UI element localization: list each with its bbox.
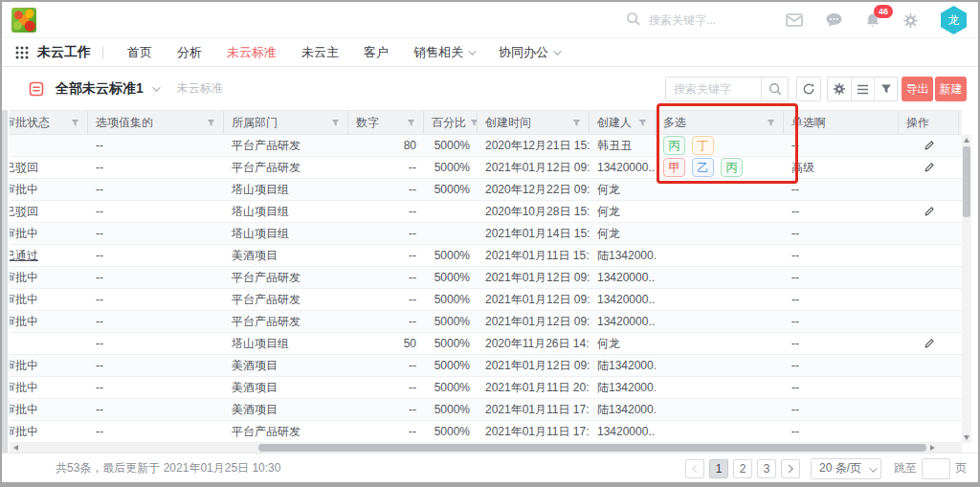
horizontal-scrollbar[interactable] (10, 443, 962, 453)
scroll-right-arrow[interactable] (930, 445, 935, 451)
single-value: -- (791, 249, 799, 262)
table-row[interactable]: 已通过--美酒项目--5000%2021年01月11日 15:23陆134200… (10, 245, 962, 267)
number-cell: -- (348, 399, 424, 420)
table-row[interactable]: 审批中--平台产品研发--5000%2021年01月12日 09:3813420… (10, 311, 962, 333)
nav-item-6[interactable]: 销售相关 (401, 39, 486, 66)
edit-icon[interactable] (924, 162, 935, 173)
table-row[interactable]: 已驳回--塔山项目组--2020年10月28日 15:41何龙-- (10, 201, 962, 223)
filter-icon[interactable] (568, 119, 581, 127)
table-row[interactable]: 审批中--塔山项目组--5000%2020年12月22日 09:03何龙-- (10, 179, 962, 201)
list-search-input[interactable] (666, 82, 761, 96)
table-row[interactable]: 审批中--美酒项目--5000%2021年01月12日 09:25陆134200… (10, 355, 962, 377)
nav-item-3[interactable]: 未云标准 (214, 39, 289, 66)
filter-icon[interactable] (763, 119, 775, 127)
vertical-scroll-thumb[interactable] (963, 146, 970, 217)
filter-icon[interactable] (635, 119, 647, 127)
nav-item-5[interactable]: 客户 (351, 39, 401, 66)
single-cell: -- (784, 377, 899, 398)
percent-cell (424, 201, 478, 222)
export-button[interactable]: 导出 (902, 77, 933, 101)
table-row[interactable]: ---塔山项目组505000%2020年11月26日 14:31何龙-- (10, 333, 962, 355)
edit-icon[interactable] (924, 140, 935, 151)
creator-value: 陆1342000... (597, 359, 656, 372)
table-row[interactable]: 审批中--平台产品研发--5000%2021年01月12日 09:5213420… (10, 267, 962, 289)
filter-icon[interactable] (203, 119, 215, 127)
filter-icon[interactable] (874, 77, 897, 100)
number-value: 80 (404, 139, 416, 152)
gear-icon[interactable] (902, 12, 919, 29)
scroll-left-arrow[interactable] (13, 445, 18, 451)
filter-icon[interactable] (403, 119, 415, 127)
vertical-scrollbar[interactable] (962, 135, 971, 443)
next-page-button[interactable] (781, 459, 800, 478)
create-button[interactable]: 新建 (935, 77, 967, 101)
table-row[interactable]: 审批中--平台产品研发--5000%2021年01月12日 09:5013420… (10, 289, 962, 311)
column-header-7[interactable]: 多选 (656, 111, 784, 134)
page-button-3[interactable]: 3 (757, 459, 776, 478)
prev-page-button[interactable] (685, 459, 704, 478)
user-avatar[interactable]: 龙 (941, 6, 967, 34)
page-button-1[interactable]: 1 (709, 459, 728, 478)
nav-item-7[interactable]: 协同办公 (486, 39, 571, 66)
number-value: -- (409, 205, 416, 218)
created_at-value: 2021年01月11日 17:06 (485, 425, 590, 438)
list-view-icon[interactable] (851, 77, 874, 100)
department-cell: 平台产品研发 (224, 267, 348, 288)
filter-icon[interactable] (67, 119, 79, 127)
scroll-up-arrow[interactable] (964, 138, 969, 143)
department-value: 平台产品研发 (232, 315, 301, 328)
created_at-value: 2021年01月12日 09:50 (485, 293, 590, 306)
column-header-6[interactable]: 创建人 (590, 111, 656, 134)
refresh-button[interactable] (796, 77, 821, 101)
created_at-cell: 2021年01月11日 17:06 (478, 421, 590, 442)
number-cell: -- (348, 245, 424, 266)
filter-icon[interactable] (466, 119, 478, 127)
table-row[interactable]: 已驳回--平台产品研发--5000%2021年01月12日 09:4613420… (10, 157, 962, 179)
bell-icon[interactable]: 46 (865, 12, 880, 29)
chevron-down-icon[interactable] (152, 83, 160, 91)
column-label: 创建时间 (485, 115, 531, 131)
mail-icon[interactable] (786, 13, 803, 27)
column-header-3[interactable]: 数字 (348, 111, 424, 134)
status-cell: - (10, 135, 88, 156)
page-size-select[interactable]: 20 条/页 (811, 458, 881, 479)
table-row[interactable]: 审批中--平台产品研发--5000%2021年01月11日 17:0613420… (10, 421, 962, 443)
column-header-8[interactable]: 单选啊 (784, 111, 899, 134)
column-header-4[interactable]: 百分比 (424, 111, 478, 134)
scroll-down-arrow[interactable] (964, 435, 969, 440)
nav-item-1[interactable]: 首页 (115, 39, 165, 66)
filter-icon[interactable] (327, 119, 340, 127)
edit-icon[interactable] (924, 338, 935, 349)
chat-icon[interactable] (825, 12, 843, 28)
horizontal-scroll-thumb[interactable] (258, 444, 926, 452)
column-header-1[interactable]: 选项值集的 (88, 111, 224, 134)
jump-page-input[interactable] (922, 458, 950, 479)
nav-item-4[interactable]: 未云主 (289, 39, 351, 66)
multi-cell (656, 421, 784, 442)
creator-cell: 陆1342000... (590, 245, 656, 266)
global-search[interactable]: 搜索关键字... (626, 11, 716, 29)
op-cell (899, 311, 959, 332)
app-logo[interactable] (11, 8, 36, 33)
app-grid-icon[interactable] (15, 46, 29, 59)
table-row[interactable]: 审批中--美酒项目--5000%2021年01月11日 17:22陆134200… (10, 399, 962, 421)
column-header-0[interactable]: 审批状态 (10, 111, 88, 134)
number-cell: -- (348, 223, 424, 244)
page-button-2[interactable]: 2 (733, 459, 752, 478)
creator-cell: 陆1342000... (590, 377, 656, 398)
column-header-2[interactable]: 所属部门 (224, 111, 348, 134)
edit-icon[interactable] (924, 206, 935, 217)
table-row[interactable]: 审批中--塔山项目组--2021年01月14日 15:51何龙-- (10, 223, 962, 245)
table-row[interactable]: 审批中--美酒项目--5000%2021年01月11日 20:52陆134200… (10, 377, 962, 399)
op-cell (899, 135, 959, 156)
created_at-value: 2021年01月12日 09:25 (485, 359, 590, 372)
created_at-value: 2021年01月14日 15:51 (485, 227, 590, 240)
table-row[interactable]: ---平台产品研发805000%2020年12月21日 15:01韩丑丑丙丁-- (10, 135, 962, 157)
search-icon[interactable] (761, 77, 788, 100)
nav-item-2[interactable]: 分析 (165, 39, 214, 66)
view-title[interactable]: 全部未云标准1 (56, 80, 144, 98)
settings-icon[interactable] (828, 77, 851, 100)
created_at-value: 2020年12月21日 15:01 (485, 139, 590, 152)
column-header-5[interactable]: 创建时间 (478, 111, 590, 134)
column-header-9[interactable]: 操作 (899, 111, 959, 134)
